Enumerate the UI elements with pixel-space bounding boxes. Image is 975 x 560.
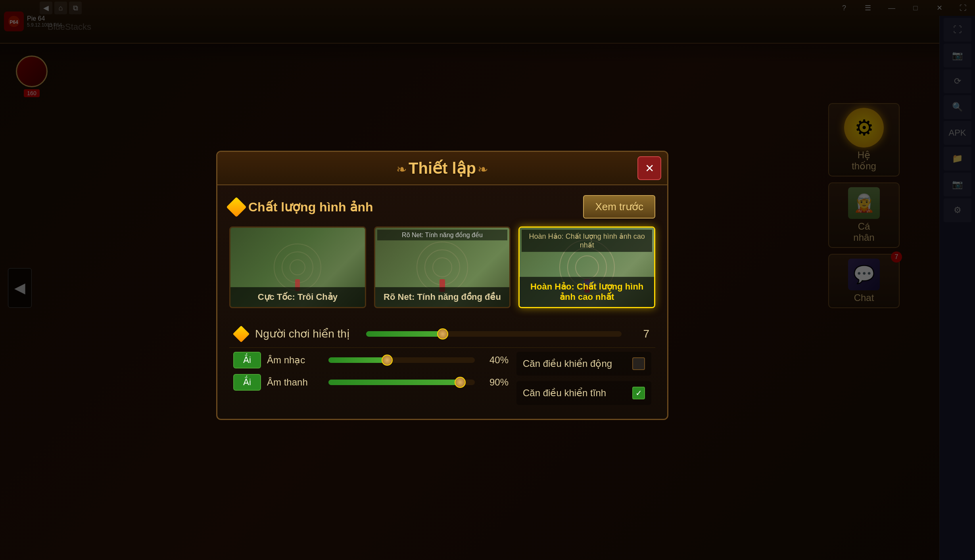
checkbox-section: Căn điều khiển động Căn điều khiển tĩnh … (516, 352, 651, 405)
modal-body: Chất lượng hình ảnh Xem trước (217, 185, 667, 419)
player-row-label: Người chơi hiển thị (255, 327, 358, 340)
modal-title: Thiết lập (409, 159, 476, 177)
quality-cards-grid: Cực Tốc: Trôi Chảy Rõ Net: Tính năng đồn… (229, 226, 655, 308)
sound-mute-button[interactable]: Ắi (233, 374, 261, 391)
diamond-icon (226, 197, 247, 217)
audio-controls: Ắi Âm nhạc 40% Ắi Âm thanh (233, 352, 509, 405)
quality-card-fast[interactable]: Cực Tốc: Trôi Chảy (229, 226, 366, 308)
music-percent: 40% (481, 355, 509, 366)
image-quality-section-header: Chất lượng hình ảnh Xem trước (229, 195, 655, 219)
player-row-icon (233, 325, 250, 342)
preview-button[interactable]: Xem trước (583, 195, 655, 219)
audio-section: Ắi Âm nhạc 40% Ắi Âm thanh (229, 348, 655, 409)
checkbox-tinh-label: Căn điều khiển tĩnh (523, 387, 627, 399)
sound-label: Âm thanh (267, 377, 322, 388)
checkbox-dong-label: Căn điều khiển động (523, 358, 627, 369)
modal-overlay[interactable]: ❧ Thiết lập ❧ ✕ Chất lượng hình ảnh Xem … (0, 0, 975, 560)
sound-slider-track[interactable] (328, 380, 475, 385)
checkbox-row-tinh: Căn điều khiển tĩnh ✓ (516, 381, 651, 405)
title-ornament-left: ❧ (396, 162, 407, 177)
quality-card-hd[interactable]: Hoàn Hảo: Chất lượng hình ảnh cao nhất H… (518, 226, 655, 308)
sound-slider-fill (328, 380, 460, 385)
music-row: Ắi Âm nhạc 40% (233, 352, 509, 368)
quality-label-balanced: Rõ Net: Tính năng đồng đều (375, 287, 510, 307)
music-mute-button[interactable]: Ắi (233, 352, 261, 368)
modal-header: ❧ Thiết lập ❧ ✕ (217, 152, 667, 185)
player-display-row: Người chơi hiển thị 7 (229, 320, 655, 348)
image-quality-title: Chất lượng hình ảnh (248, 199, 373, 215)
quality-label-hd: Hoàn Hảo: Chất lượng hình ảnh cao nhất (520, 277, 654, 307)
checkbox-row-dong: Căn điều khiển động (516, 352, 651, 376)
title-ornament-right: ❧ (478, 162, 488, 177)
quality-label-fast: Cực Tốc: Trôi Chảy (230, 287, 365, 307)
sound-row: Ắi Âm thanh 90% (233, 374, 509, 391)
player-count: 7 (630, 328, 649, 340)
player-slider-track[interactable] (366, 331, 622, 337)
checkbox-tinh-mark[interactable]: ✓ (632, 387, 645, 399)
music-slider-thumb (382, 355, 393, 366)
sound-percent: 90% (481, 377, 509, 388)
sound-slider-thumb (455, 377, 466, 388)
player-slider-thumb (437, 328, 448, 339)
checkbox-dong-mark[interactable] (632, 357, 645, 370)
music-label: Âm nhạc (267, 355, 322, 366)
settings-modal: ❧ Thiết lập ❧ ✕ Chất lượng hình ảnh Xem … (216, 151, 668, 420)
music-slider-track[interactable] (328, 357, 475, 363)
quality-card-balanced[interactable]: Rõ Net: Tính năng đồng đều Rõ Net: Tính … (374, 226, 511, 308)
modal-close-button[interactable]: ✕ (637, 156, 661, 180)
player-slider-fill (366, 331, 443, 337)
music-slider-fill (328, 357, 387, 363)
